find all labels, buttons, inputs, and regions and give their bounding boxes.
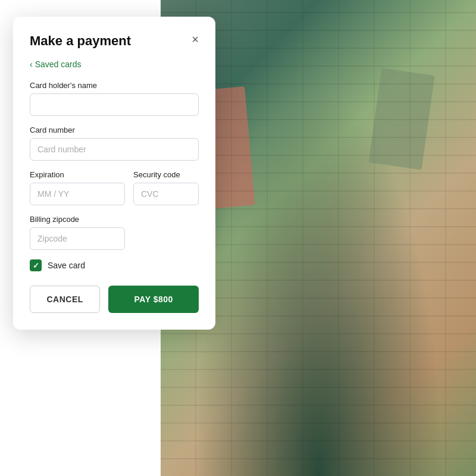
cancel-button[interactable]: CANCEL xyxy=(30,286,100,313)
saved-cards-link[interactable]: ‹ Saved cards xyxy=(30,60,199,69)
security-input[interactable] xyxy=(133,183,199,205)
cardholder-label: Card holder's name xyxy=(30,81,199,90)
card-number-field-group: Card number xyxy=(30,126,199,161)
cardholder-field-group: Card holder's name xyxy=(30,81,199,116)
payment-modal: Make a payment × ‹ Saved cards Card hold… xyxy=(13,17,215,330)
expiration-field-group: Expiration xyxy=(30,170,125,205)
close-button[interactable]: × xyxy=(192,33,199,45)
expiration-input[interactable] xyxy=(30,183,125,205)
security-label: Security code xyxy=(133,170,199,179)
zipcode-field-group: Billing zipcode xyxy=(30,215,199,250)
chevron-left-icon: ‹ xyxy=(30,60,33,69)
save-card-label: Save card xyxy=(48,261,85,270)
saved-cards-label: Saved cards xyxy=(35,60,82,69)
wall-decoration-2 xyxy=(368,68,434,170)
security-field-group: Security code xyxy=(133,170,199,205)
modal-title: Make a payment xyxy=(30,33,131,49)
card-number-label: Card number xyxy=(30,126,199,134)
action-button-row: CANCEL PAY $800 xyxy=(30,286,199,313)
save-card-checkbox-wrapper[interactable] xyxy=(30,259,42,271)
expiration-label: Expiration xyxy=(30,170,125,179)
pay-button[interactable]: PAY $800 xyxy=(108,286,199,313)
zipcode-input[interactable] xyxy=(30,227,125,250)
modal-header: Make a payment × xyxy=(30,33,199,49)
zipcode-label: Billing zipcode xyxy=(30,215,199,224)
save-card-row: Save card xyxy=(30,259,199,271)
cardholder-input[interactable] xyxy=(30,93,199,116)
card-number-input[interactable] xyxy=(30,138,199,161)
expiry-security-row: Expiration Security code xyxy=(30,170,199,205)
